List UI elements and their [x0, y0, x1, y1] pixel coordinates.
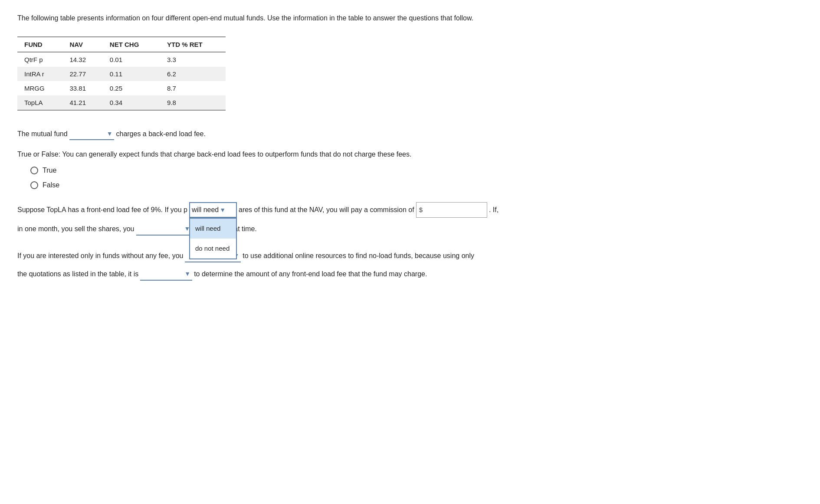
radio-true-label: True [43, 167, 56, 174]
radio-false-label: False [43, 181, 59, 189]
intro-text: The following table presents information… [17, 13, 803, 23]
fund-table: FUND NAV NET CHG YTD % RET QtrF p14.320.… [17, 36, 226, 111]
cell-3-1: 41.21 [62, 95, 102, 110]
col-ytdret: YTD % RET [160, 37, 226, 52]
q3-dollar-sign: $ [419, 203, 423, 216]
table-row: MRGG33.810.258.7 [17, 81, 226, 95]
q3-line2-dropdown[interactable]: will need do not need [138, 225, 184, 232]
cell-0-1: 14.32 [62, 52, 102, 67]
q3-line1: Suppose TopLA has a front-end load fee o… [17, 202, 803, 218]
cell-0-2: 0.01 [103, 52, 160, 67]
q1-prefix: The mutual fund [17, 128, 68, 141]
table-row: QtrF p14.320.013.3 [17, 52, 226, 67]
cell-2-2: 0.25 [103, 81, 160, 95]
q4-line2-dropdown-wrapper[interactable]: possible impossible difficult ▼ [140, 268, 192, 281]
table-header-row: FUND NAV NET CHG YTD % RET [17, 37, 226, 52]
q1-section: The mutual fund QtrF p IntRA r MRGG TopL… [17, 128, 803, 141]
q3-section: Suppose TopLA has a front-end load fee o… [17, 202, 803, 236]
cell-2-3: 8.7 [160, 81, 226, 95]
q3-option-do-not-need[interactable]: do not need [190, 239, 236, 259]
q3-selected-value: will need [192, 203, 219, 217]
radio-false[interactable]: False [30, 181, 803, 189]
cell-2-0: MRGG [17, 81, 62, 95]
cell-3-2: 0.34 [103, 95, 160, 110]
cell-3-0: TopLA [17, 95, 62, 110]
col-fund: FUND [17, 37, 62, 52]
q4-line2-suffix: to determine the amount of any front-end… [194, 267, 427, 281]
q3-dollar-wrapper[interactable]: $ [416, 202, 487, 218]
cell-1-0: IntRA r [17, 67, 62, 81]
q2-section: True or False: You can generally expect … [17, 149, 803, 189]
q3-dropdown-wrapper[interactable]: will need ▼ will need do not need [189, 202, 237, 218]
q4-line1: If you are interested only in funds with… [17, 249, 803, 263]
table-row: IntRA r22.770.116.2 [17, 67, 226, 81]
q4-line2-prefix: the quotations as listed in the table, i… [17, 267, 138, 281]
cell-2-1: 33.81 [62, 81, 102, 95]
cell-1-1: 22.77 [62, 67, 102, 81]
q1-dropdown-wrapper[interactable]: QtrF p IntRA r MRGG TopLA ▼ [69, 128, 115, 140]
cell-1-3: 6.2 [160, 67, 226, 81]
q3-middle: ares of this fund at the NAV, you will p… [239, 203, 414, 217]
radio-false-circle[interactable] [30, 181, 38, 189]
q4-line2: the quotations as listed in the table, i… [17, 267, 803, 281]
q1-dropdown-arrow: ▼ [107, 128, 113, 139]
q3-line2-dropdown-wrapper[interactable]: will need do not need ▼ [136, 223, 192, 236]
q3-option-will-need[interactable]: will need [190, 219, 236, 239]
q4-prefix: If you are interested only in funds with… [17, 249, 183, 263]
radio-true-circle[interactable] [30, 167, 38, 174]
fund-table-container: FUND NAV NET CHG YTD % RET QtrF p14.320.… [17, 36, 226, 111]
q1-dropdown[interactable]: QtrF p IntRA r MRGG TopLA [71, 130, 106, 137]
cell-0-0: QtrF p [17, 52, 62, 67]
col-netchg: NET CHG [103, 37, 160, 52]
cell-1-2: 0.11 [103, 67, 160, 81]
radio-true[interactable]: True [30, 167, 803, 174]
q3-popup: will need do not need [189, 218, 237, 259]
q3-dollar-input[interactable] [423, 206, 484, 213]
q3-line2-prefix: in one month, you sell the shares, you [17, 222, 134, 236]
q4-line2-arrow: ▼ [184, 268, 190, 280]
q4-line2-dropdown[interactable]: possible impossible difficult [142, 270, 184, 277]
cell-0-3: 3.3 [160, 52, 226, 67]
q3-prefix: Suppose TopLA has a front-end load fee o… [17, 203, 187, 217]
q4-section: If you are interested only in funds with… [17, 249, 803, 281]
q3-dropdown-box[interactable]: will need ▼ [189, 202, 237, 218]
cell-3-3: 9.8 [160, 95, 226, 110]
q3-line2: in one month, you sell the shares, you w… [17, 222, 803, 236]
q1-suffix: charges a back-end load fee. [116, 128, 205, 141]
table-row: TopLA41.210.349.8 [17, 95, 226, 110]
radio-group: True False [30, 167, 803, 189]
q4-suffix: to use additional online resources to fi… [243, 249, 474, 263]
col-nav: NAV [62, 37, 102, 52]
q2-text: True or False: You can generally expect … [17, 149, 803, 160]
q3-dropdown-arrow: ▼ [220, 204, 226, 216]
q3-suffix: . If, [489, 203, 499, 217]
